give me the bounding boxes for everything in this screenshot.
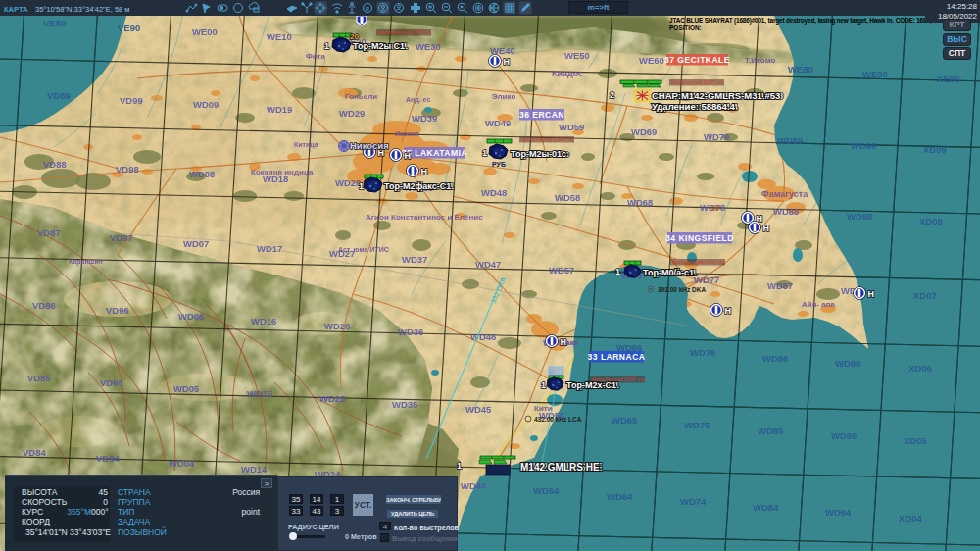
svg-text:36 ERCAN: 36 ERCAN: [519, 110, 564, 120]
svg-text:WE50: WE50: [564, 50, 590, 61]
svg-text:1: 1: [615, 267, 620, 276]
svg-text:XD06: XD06: [908, 363, 932, 374]
svg-text:WD94: WD94: [825, 507, 852, 518]
svg-text:WD58: WD58: [555, 192, 580, 203]
svg-text:WD19: WD19: [267, 104, 292, 115]
svg-text:WD85: WD85: [758, 426, 784, 436]
svg-text:VD98: VD98: [116, 164, 139, 175]
svg-text:Н: Н: [405, 151, 412, 161]
svg-text:WD99: WD99: [851, 140, 876, 151]
svg-text:Тор-М2х-С1: Тор-М2х-С1: [566, 380, 616, 390]
svg-text:VD85: VD85: [27, 373, 51, 383]
svg-text:Т.Икомо: Т.Икомо: [745, 56, 775, 65]
svg-text:Айя- апа: Айя- апа: [802, 300, 836, 309]
svg-text:WD87: WD87: [767, 280, 793, 291]
svg-text:Карапшин: Карапшин: [69, 258, 103, 266]
svg-text:33 LARNACA: 33 LARNACA: [588, 352, 646, 362]
svg-text:WD36: WD36: [398, 326, 423, 337]
svg-text:Н: Н: [868, 289, 875, 299]
svg-text:WD68: WD68: [627, 197, 653, 208]
svg-text:WD07: WD07: [183, 238, 209, 249]
svg-text:Удаление: 58864.4: Удаление: 58864.4: [652, 101, 736, 112]
svg-text:Кити: Кити: [534, 404, 553, 413]
svg-text:WD06: WD06: [178, 311, 204, 322]
svg-text:34 KINGSFIELD: 34 KINGSFIELD: [665, 233, 734, 243]
svg-text:WD76: WD76: [690, 347, 715, 358]
svg-text:WD59: WD59: [559, 122, 584, 132]
svg-text:WD16: WD16: [251, 316, 276, 326]
svg-text:РУБ: РУБ: [492, 161, 506, 168]
svg-text:WD95: WD95: [831, 430, 858, 441]
svg-text:1: 1: [457, 461, 462, 471]
svg-text:R: R: [366, 6, 370, 12]
svg-text:WD28: WD28: [335, 177, 361, 188]
svg-text:XE00: XE00: [937, 74, 959, 84]
svg-text:Никосия: Никосия: [350, 140, 389, 151]
svg-text:VD99: VD99: [120, 95, 143, 106]
svg-text:XD07: XD07: [913, 290, 937, 301]
svg-text:VD95: VD95: [100, 377, 123, 388]
svg-text:Тор-М2ы-01с: Тор-М2ы-01с: [511, 149, 566, 159]
svg-text:Тор-М2факс-С1: Тор-М2факс-С1: [384, 181, 451, 191]
svg-text:ака: ака: [565, 338, 578, 347]
svg-text:Икосия: Икосия: [395, 130, 419, 137]
svg-text:XD04: XD04: [899, 513, 922, 524]
svg-text:Аст. юме ИТИС: Аст. юме ИТИС: [338, 246, 389, 253]
svg-text:WD75: WD75: [684, 420, 710, 430]
svg-text:Н: Н: [725, 306, 732, 316]
svg-text:1: 1: [324, 41, 329, 51]
svg-text:1: 1: [359, 181, 364, 191]
svg-text:WD08: WD08: [189, 169, 215, 179]
svg-text:XD08: XD08: [919, 216, 943, 226]
svg-text:Агиои Константинос и Елёнис: Агиои Константинос и Елёнис: [366, 213, 483, 222]
svg-text:WD35: WD35: [392, 399, 418, 410]
svg-text:VE80: VE80: [43, 18, 66, 28]
svg-text:WE00: WE00: [192, 26, 218, 37]
svg-text:WD74: WD74: [680, 496, 707, 507]
svg-text:37 GECITKALE: 37 GECITKALE: [664, 55, 730, 65]
svg-text:VD87: VD87: [37, 227, 61, 238]
svg-text:VE90: VE90: [118, 23, 140, 33]
svg-text:Н: Н: [504, 57, 511, 67]
svg-text:WD47: WD47: [475, 259, 501, 270]
svg-text:WE30: WE30: [416, 41, 441, 52]
svg-text:Тор-М0/а-с1: Тор-М0/а-с1: [643, 268, 694, 277]
svg-text:WD46: WD46: [470, 331, 496, 342]
svg-text:launches red CAP: no: launches red CAP: no: [521, 136, 574, 142]
svg-text:WD05: WD05: [173, 383, 200, 394]
svg-text:JTAC BLUE SHAYRAT (1686)#001,: JTAC BLUE SHAYRAT (1686)#001, target des…: [669, 17, 932, 25]
svg-text:Коккина индица: Коккина индица: [251, 168, 314, 176]
svg-text:WD14: WD14: [241, 464, 268, 475]
svg-text:Тор-М2ы С1: Тор-М2ы С1: [353, 41, 405, 51]
svg-text:VD96: VD96: [106, 305, 129, 316]
svg-text:35 LAKATAMIA: 35 LAKATAMIA: [402, 148, 467, 158]
svg-text:POSITION:: POSITION:: [669, 25, 702, 31]
svg-text:WE80: WE80: [788, 64, 813, 75]
svg-text:XD09: XD09: [923, 144, 947, 155]
svg-text:20: 20: [350, 32, 359, 41]
svg-text:WD04: WD04: [169, 458, 195, 469]
svg-text:WD49: WD49: [485, 118, 511, 128]
svg-text:Фота: Фота: [306, 52, 325, 61]
svg-text:WD77: WD77: [694, 275, 719, 285]
svg-text:WD64: WD64: [607, 491, 633, 502]
svg-text:WD26: WD26: [324, 321, 350, 331]
svg-text:WD57: WD57: [549, 265, 574, 276]
svg-text:VD88: VD88: [43, 159, 67, 170]
svg-text:СНАР:М142-GMLRS-М31 #53: СНАР:М142-GMLRS-М31 #53: [652, 90, 780, 101]
svg-text:WD79: WD79: [704, 131, 729, 142]
svg-text:XD05: XD05: [904, 435, 927, 446]
svg-text:WD84: WD84: [753, 502, 779, 513]
svg-text:1: 1: [482, 148, 487, 158]
svg-text:WD54: WD54: [533, 485, 560, 496]
svg-text:432.00 kHz LCA: 432.00 kHz LCA: [534, 416, 582, 423]
svg-text:VD94: VD94: [96, 453, 120, 464]
svg-text:WD09: WD09: [193, 99, 219, 110]
svg-text:Н: Н: [763, 224, 770, 233]
svg-text:WD39: WD39: [412, 113, 437, 124]
svg-text:2: 2: [610, 90, 614, 100]
svg-text:393.00 kHz DKA: 393.00 kHz DKA: [658, 286, 706, 293]
svg-text:WD78: WD78: [700, 202, 725, 213]
svg-text:VD86: VD86: [32, 300, 56, 311]
svg-text:Китица: Китица: [294, 141, 318, 149]
